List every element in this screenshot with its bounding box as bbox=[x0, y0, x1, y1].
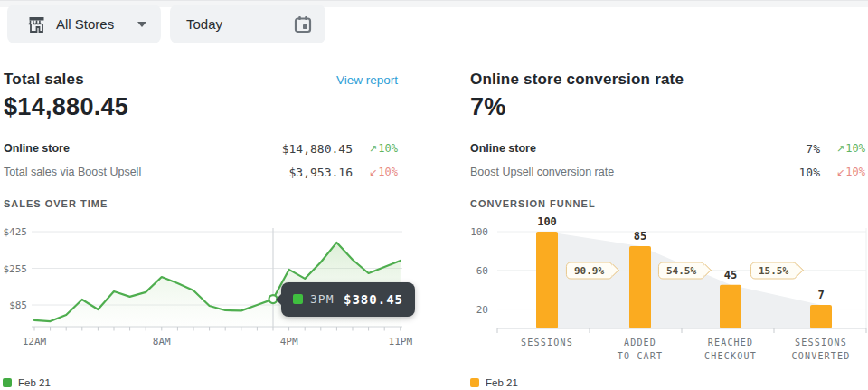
series-color-swatch bbox=[293, 294, 303, 304]
trend-up-icon: ↗ bbox=[369, 143, 377, 155]
sales-legend: Feb 21 bbox=[3, 377, 51, 388]
metric-delta: ↙10% bbox=[353, 166, 398, 178]
metric-value: 10% bbox=[799, 166, 820, 179]
conversion-rate-title: Online store conversion rate bbox=[470, 71, 684, 89]
store-selector-label: All Stores bbox=[56, 16, 114, 32]
y-axis-tick-label: $425 bbox=[4, 226, 28, 238]
y-axis-tick-label: $255 bbox=[4, 263, 28, 275]
calendar-icon bbox=[293, 14, 313, 34]
total-sales-title: Total sales bbox=[4, 71, 84, 89]
total-sales-value: $14,880.45 bbox=[4, 93, 128, 121]
metric-delta: ↗10% bbox=[353, 142, 398, 155]
x-axis-tick-label: 12AM bbox=[23, 336, 47, 347]
online-store-conversion-row: Online store 7% ↗10% bbox=[470, 139, 865, 157]
metric-label: Online store bbox=[4, 142, 70, 155]
y-axis-tick-label: $85 bbox=[9, 300, 27, 311]
funnel-bar[interactable] bbox=[536, 232, 558, 328]
metric-value: $3,953.16 bbox=[289, 166, 353, 179]
trend-up-icon: ↗ bbox=[836, 143, 844, 155]
store-selector-button[interactable]: All Stores bbox=[7, 5, 161, 43]
tooltip-time: 3PM bbox=[310, 292, 334, 306]
tooltip-value: $380.45 bbox=[344, 292, 403, 307]
metric-delta: ↙10% bbox=[820, 166, 865, 178]
x-axis-tick-label: 4PM bbox=[280, 336, 298, 347]
sales-over-time-title: SALES OVER TIME bbox=[4, 198, 108, 209]
legend-label: Feb 21 bbox=[18, 377, 51, 388]
x-axis-category-label: REACHEDCHECKOUT bbox=[704, 338, 757, 361]
y-axis-tick-label: 60 bbox=[476, 265, 488, 277]
bar-value-label: 100 bbox=[537, 215, 557, 228]
x-axis-category-label: ADDEDTO CART bbox=[618, 338, 664, 361]
chevron-down-icon bbox=[137, 22, 146, 27]
view-report-link[interactable]: View report bbox=[336, 73, 398, 87]
chart-tooltip: 3PM $380.45 bbox=[281, 282, 415, 317]
date-range-button[interactable]: Today bbox=[170, 5, 326, 43]
bar-value-label: 85 bbox=[634, 230, 646, 243]
trend-down-icon: ↙ bbox=[836, 166, 844, 178]
legend-swatch-green bbox=[3, 378, 12, 387]
boost-upsell-sales-row: Total sales via Boost Upsell $3,953.16 ↙… bbox=[4, 163, 398, 181]
bar-value-label: 7 bbox=[817, 289, 824, 301]
y-axis-tick-label: 20 bbox=[476, 304, 488, 316]
legend-swatch-orange bbox=[470, 378, 479, 387]
metric-delta: ↗10% bbox=[820, 142, 865, 155]
trend-down-icon: ↙ bbox=[369, 166, 377, 178]
x-axis-category-label: SESSIONS bbox=[521, 338, 573, 347]
metric-value: $14,880.45 bbox=[282, 142, 353, 156]
date-range-label: Today bbox=[186, 16, 222, 32]
bar-value-label: 45 bbox=[724, 269, 737, 281]
funnel-shadow-area bbox=[547, 232, 821, 328]
conversion-rate-badge: 90.9% bbox=[566, 262, 613, 279]
funnel-legend: Feb 21 bbox=[470, 377, 518, 388]
funnel-bar[interactable] bbox=[629, 246, 651, 328]
boost-upsell-conversion-row: Boost Upsell conversion rate 10% ↙10% bbox=[470, 163, 865, 181]
metric-label: Total sales via Boost Upsell bbox=[4, 166, 141, 178]
storefront-icon bbox=[27, 15, 46, 33]
total-sales-header: Total sales View report bbox=[4, 71, 398, 89]
metric-label: Online store bbox=[470, 142, 536, 155]
conversion-rate-header: Online store conversion rate bbox=[470, 71, 865, 89]
legend-label: Feb 21 bbox=[486, 377, 518, 388]
conversion-rate-value: 7% bbox=[470, 93, 506, 121]
metric-label: Boost Upsell conversion rate bbox=[470, 166, 614, 178]
funnel-bar[interactable] bbox=[720, 285, 741, 328]
x-axis-tick-label: 8AM bbox=[153, 336, 171, 347]
conversion-funnel-chart[interactable]: 100602010085457SESSIONSADDEDTO CARTREACH… bbox=[470, 217, 868, 366]
y-axis-tick-label: 100 bbox=[470, 226, 488, 238]
dashboard: All Stores Today Total sales View report… bbox=[0, 0, 868, 390]
online-store-sales-row: Online store $14,880.45 ↗10% bbox=[4, 139, 398, 157]
x-axis-tick-label: 11PM bbox=[389, 336, 413, 347]
funnel-bar[interactable] bbox=[810, 305, 832, 328]
metric-value: 7% bbox=[806, 142, 820, 156]
conversion-funnel-title: CONVERSION FUNNEL bbox=[470, 198, 596, 209]
x-axis-category-label: SESSIONSCONVERTED bbox=[792, 338, 851, 361]
conversion-rate-badge: 15.5% bbox=[750, 262, 797, 279]
conversion-rate-badge: 54.5% bbox=[658, 262, 705, 279]
